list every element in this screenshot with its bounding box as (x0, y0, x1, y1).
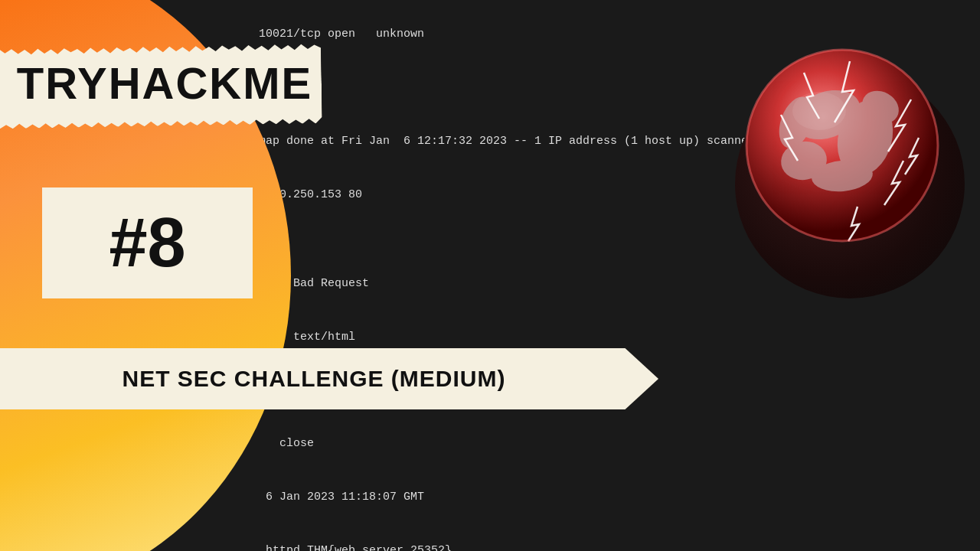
subtitle-text: NET SEC CHALLENGE (MEDIUM) (100, 366, 552, 392)
terminal-line-10: httpd THM{web_server_25352} (259, 544, 452, 552)
globe-graphic (735, 38, 949, 253)
episode-number: #8 (109, 204, 185, 282)
episode-number-box: #8 (42, 187, 253, 298)
svg-point-8 (792, 92, 846, 130)
terminal-line-9: 6 Jan 2023 11:18:07 GMT (259, 491, 424, 504)
terminal-line-1: 10021/tcp open unknown (259, 28, 424, 41)
terminal-line-8: close (259, 437, 314, 450)
title-text: TRYHACKME (11, 57, 318, 109)
subtitle-banner: NET SEC CHALLENGE (MEDIUM) (0, 348, 658, 409)
terminal-line-3: map done at Fri Jan 6 12:17:32 2023 -- 1… (259, 135, 776, 148)
